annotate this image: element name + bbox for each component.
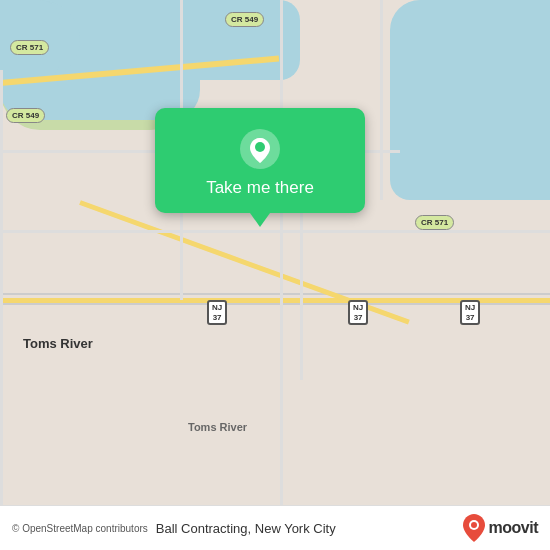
toms-river-label-water: Toms River <box>185 420 250 434</box>
road-vertical-2 <box>280 0 283 550</box>
cr571-badge-1: CR 571 <box>10 40 49 55</box>
toms-river-label-left: Toms River <box>20 335 96 352</box>
popup-label-text: Take me there <box>206 178 314 198</box>
cr549-badge-2: CR 549 <box>6 108 45 123</box>
cr549-badge-1: CR 549 <box>225 12 264 27</box>
svg-point-4 <box>471 522 477 528</box>
water-east <box>390 0 550 200</box>
cr571-badge-2: CR 571 <box>415 215 454 230</box>
svg-point-2 <box>255 142 265 152</box>
location-info-text: Ball Contracting, New York City <box>156 521 463 536</box>
location-pin-icon <box>239 128 281 170</box>
map-attribution: © OpenStreetMap contributors <box>12 523 148 534</box>
bottom-bar: © OpenStreetMap contributors Ball Contra… <box>0 505 550 550</box>
road-vertical-3 <box>380 0 383 200</box>
nj37-badge-1: NJ37 <box>207 300 227 325</box>
road-horiz-2 <box>0 230 550 233</box>
nj37-badge-3: NJ37 <box>460 300 480 325</box>
moovit-brand-text: moovit <box>489 519 538 537</box>
moovit-logo: moovit <box>463 514 538 542</box>
road-vertical-left <box>0 70 3 550</box>
moovit-pin-icon <box>463 514 485 542</box>
nj37-badge-2: NJ37 <box>348 300 368 325</box>
map-container: CR 549 CR 571 CR 549 CR 571 NJ37 NJ37 NJ… <box>0 0 550 550</box>
take-me-there-popup[interactable]: Take me there <box>155 108 365 213</box>
road-nj37-border-top <box>0 293 550 295</box>
